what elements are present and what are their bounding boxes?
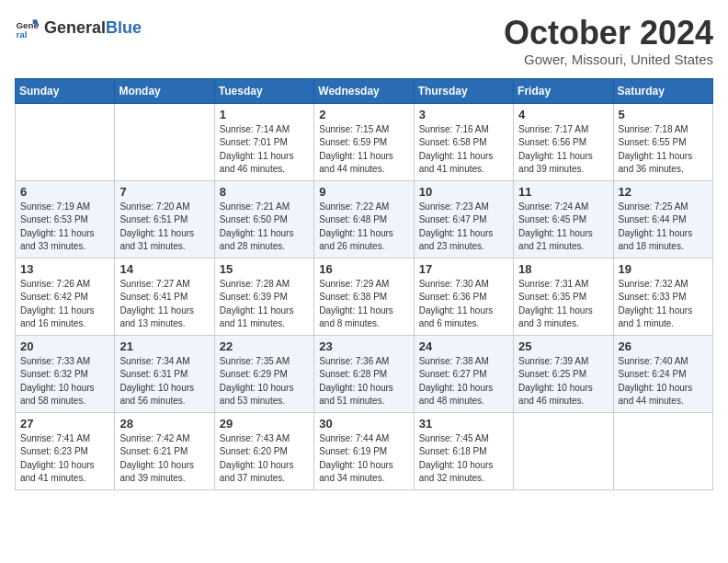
day-info: Sunrise: 7:32 AM Sunset: 6:33 PM Dayligh… bbox=[619, 278, 708, 331]
calendar-cell: 1Sunrise: 7:14 AM Sunset: 7:01 PM Daylig… bbox=[214, 103, 313, 180]
calendar-cell: 20Sunrise: 7:33 AM Sunset: 6:32 PM Dayli… bbox=[16, 335, 115, 412]
day-info: Sunrise: 7:26 AM Sunset: 6:42 PM Dayligh… bbox=[20, 278, 109, 331]
day-number: 26 bbox=[619, 339, 708, 353]
day-number: 13 bbox=[20, 262, 109, 276]
day-info: Sunrise: 7:19 AM Sunset: 6:53 PM Dayligh… bbox=[20, 201, 109, 254]
day-info: Sunrise: 7:15 AM Sunset: 6:59 PM Dayligh… bbox=[319, 123, 408, 177]
day-info: Sunrise: 7:21 AM Sunset: 6:50 PM Dayligh… bbox=[220, 201, 309, 254]
day-number: 10 bbox=[419, 185, 508, 199]
calendar-week-row: 13Sunrise: 7:26 AM Sunset: 6:42 PM Dayli… bbox=[16, 258, 713, 335]
weekday-header: Saturday bbox=[613, 78, 712, 103]
logo: Gene ral GeneralBlue bbox=[15, 15, 142, 40]
calendar-cell: 17Sunrise: 7:30 AM Sunset: 6:36 PM Dayli… bbox=[414, 258, 513, 335]
day-number: 17 bbox=[419, 262, 508, 276]
day-info: Sunrise: 7:17 AM Sunset: 6:56 PM Dayligh… bbox=[518, 123, 608, 177]
weekday-header: Friday bbox=[514, 78, 613, 103]
weekday-header: Monday bbox=[115, 78, 214, 103]
calendar-cell: 4Sunrise: 7:17 AM Sunset: 6:56 PM Daylig… bbox=[514, 103, 613, 180]
day-number: 21 bbox=[119, 339, 209, 353]
calendar-cell: 6Sunrise: 7:19 AM Sunset: 6:53 PM Daylig… bbox=[16, 180, 115, 258]
calendar-cell: 30Sunrise: 7:44 AM Sunset: 6:19 PM Dayli… bbox=[314, 412, 414, 489]
calendar-cell: 10Sunrise: 7:23 AM Sunset: 6:47 PM Dayli… bbox=[414, 180, 513, 258]
day-info: Sunrise: 7:24 AM Sunset: 6:45 PM Dayligh… bbox=[518, 201, 608, 254]
day-info: Sunrise: 7:41 AM Sunset: 6:23 PM Dayligh… bbox=[20, 432, 109, 486]
calendar-cell: 26Sunrise: 7:40 AM Sunset: 6:24 PM Dayli… bbox=[613, 335, 712, 412]
calendar-cell: 12Sunrise: 7:25 AM Sunset: 6:44 PM Dayli… bbox=[613, 180, 712, 258]
day-info: Sunrise: 7:34 AM Sunset: 6:31 PM Dayligh… bbox=[119, 355, 209, 408]
day-info: Sunrise: 7:25 AM Sunset: 6:44 PM Dayligh… bbox=[619, 201, 708, 254]
svg-text:ral: ral bbox=[16, 29, 27, 40]
day-number: 30 bbox=[319, 417, 408, 431]
day-number: 15 bbox=[220, 262, 309, 276]
calendar-cell: 24Sunrise: 7:38 AM Sunset: 6:27 PM Dayli… bbox=[414, 335, 513, 412]
calendar-cell: 2Sunrise: 7:15 AM Sunset: 6:59 PM Daylig… bbox=[314, 103, 414, 180]
location: Gower, Missouri, United States bbox=[504, 52, 713, 67]
calendar-cell: 27Sunrise: 7:41 AM Sunset: 6:23 PM Dayli… bbox=[16, 412, 115, 489]
day-number: 4 bbox=[518, 108, 608, 121]
day-info: Sunrise: 7:22 AM Sunset: 6:48 PM Dayligh… bbox=[319, 201, 408, 254]
day-number: 20 bbox=[20, 339, 109, 353]
day-number: 25 bbox=[518, 339, 608, 353]
calendar-cell: 22Sunrise: 7:35 AM Sunset: 6:29 PM Dayli… bbox=[214, 335, 313, 412]
calendar-week-row: 1Sunrise: 7:14 AM Sunset: 7:01 PM Daylig… bbox=[16, 103, 713, 180]
day-info: Sunrise: 7:29 AM Sunset: 6:38 PM Dayligh… bbox=[319, 278, 408, 331]
calendar-cell: 8Sunrise: 7:21 AM Sunset: 6:50 PM Daylig… bbox=[214, 180, 313, 258]
calendar-cell: 29Sunrise: 7:43 AM Sunset: 6:20 PM Dayli… bbox=[214, 412, 313, 489]
day-number: 3 bbox=[419, 108, 508, 121]
day-info: Sunrise: 7:38 AM Sunset: 6:27 PM Dayligh… bbox=[419, 355, 508, 408]
calendar-cell: 11Sunrise: 7:24 AM Sunset: 6:45 PM Dayli… bbox=[514, 180, 613, 258]
day-info: Sunrise: 7:36 AM Sunset: 6:28 PM Dayligh… bbox=[319, 355, 408, 408]
day-info: Sunrise: 7:30 AM Sunset: 6:36 PM Dayligh… bbox=[419, 278, 508, 331]
day-info: Sunrise: 7:43 AM Sunset: 6:20 PM Dayligh… bbox=[220, 432, 309, 486]
calendar-week-row: 6Sunrise: 7:19 AM Sunset: 6:53 PM Daylig… bbox=[16, 180, 713, 258]
calendar-cell: 5Sunrise: 7:18 AM Sunset: 6:55 PM Daylig… bbox=[613, 103, 712, 180]
day-info: Sunrise: 7:44 AM Sunset: 6:19 PM Dayligh… bbox=[319, 432, 408, 486]
calendar-cell: 31Sunrise: 7:45 AM Sunset: 6:18 PM Dayli… bbox=[414, 412, 513, 489]
calendar-table: SundayMondayTuesdayWednesdayThursdayFrid… bbox=[15, 78, 713, 490]
weekday-header: Wednesday bbox=[314, 78, 414, 103]
day-number: 11 bbox=[518, 185, 608, 199]
day-info: Sunrise: 7:45 AM Sunset: 6:18 PM Dayligh… bbox=[419, 432, 508, 486]
day-number: 18 bbox=[518, 262, 608, 276]
day-info: Sunrise: 7:40 AM Sunset: 6:24 PM Dayligh… bbox=[619, 355, 708, 408]
day-number: 16 bbox=[319, 262, 408, 276]
day-number: 6 bbox=[20, 185, 109, 199]
calendar-cell: 16Sunrise: 7:29 AM Sunset: 6:38 PM Dayli… bbox=[314, 258, 414, 335]
day-number: 31 bbox=[419, 417, 508, 431]
day-number: 8 bbox=[220, 185, 309, 199]
calendar-cell: 23Sunrise: 7:36 AM Sunset: 6:28 PM Dayli… bbox=[314, 335, 414, 412]
calendar-cell bbox=[16, 103, 115, 180]
day-number: 28 bbox=[119, 417, 209, 431]
day-info: Sunrise: 7:20 AM Sunset: 6:51 PM Dayligh… bbox=[119, 201, 209, 254]
day-number: 1 bbox=[220, 108, 309, 121]
day-info: Sunrise: 7:23 AM Sunset: 6:47 PM Dayligh… bbox=[419, 201, 508, 254]
day-number: 2 bbox=[319, 108, 408, 121]
calendar-week-row: 20Sunrise: 7:33 AM Sunset: 6:32 PM Dayli… bbox=[16, 335, 713, 412]
day-info: Sunrise: 7:33 AM Sunset: 6:32 PM Dayligh… bbox=[20, 355, 109, 408]
day-number: 12 bbox=[619, 185, 708, 199]
day-number: 27 bbox=[20, 417, 109, 431]
day-info: Sunrise: 7:16 AM Sunset: 6:58 PM Dayligh… bbox=[419, 123, 508, 177]
day-number: 29 bbox=[220, 417, 309, 431]
day-info: Sunrise: 7:42 AM Sunset: 6:21 PM Dayligh… bbox=[119, 432, 209, 486]
calendar-cell bbox=[514, 412, 613, 489]
day-number: 14 bbox=[119, 262, 209, 276]
calendar-cell: 28Sunrise: 7:42 AM Sunset: 6:21 PM Dayli… bbox=[115, 412, 214, 489]
weekday-header: Tuesday bbox=[214, 78, 313, 103]
day-number: 19 bbox=[619, 262, 708, 276]
day-info: Sunrise: 7:18 AM Sunset: 6:55 PM Dayligh… bbox=[619, 123, 708, 177]
day-info: Sunrise: 7:39 AM Sunset: 6:25 PM Dayligh… bbox=[518, 355, 608, 408]
calendar-week-row: 27Sunrise: 7:41 AM Sunset: 6:23 PM Dayli… bbox=[16, 412, 713, 489]
calendar-header-row: SundayMondayTuesdayWednesdayThursdayFrid… bbox=[16, 78, 713, 103]
day-info: Sunrise: 7:14 AM Sunset: 7:01 PM Dayligh… bbox=[220, 123, 309, 177]
weekday-header: Thursday bbox=[414, 78, 513, 103]
logo-icon: Gene ral bbox=[15, 15, 40, 40]
day-info: Sunrise: 7:31 AM Sunset: 6:35 PM Dayligh… bbox=[518, 278, 608, 331]
calendar-cell bbox=[115, 103, 214, 180]
calendar-cell: 3Sunrise: 7:16 AM Sunset: 6:58 PM Daylig… bbox=[414, 103, 513, 180]
weekday-header: Sunday bbox=[16, 78, 115, 103]
month-title: October 2024 bbox=[504, 15, 713, 52]
day-info: Sunrise: 7:28 AM Sunset: 6:39 PM Dayligh… bbox=[220, 278, 309, 331]
calendar-cell: 14Sunrise: 7:27 AM Sunset: 6:41 PM Dayli… bbox=[115, 258, 214, 335]
logo-text-blue: Blue bbox=[106, 18, 142, 38]
